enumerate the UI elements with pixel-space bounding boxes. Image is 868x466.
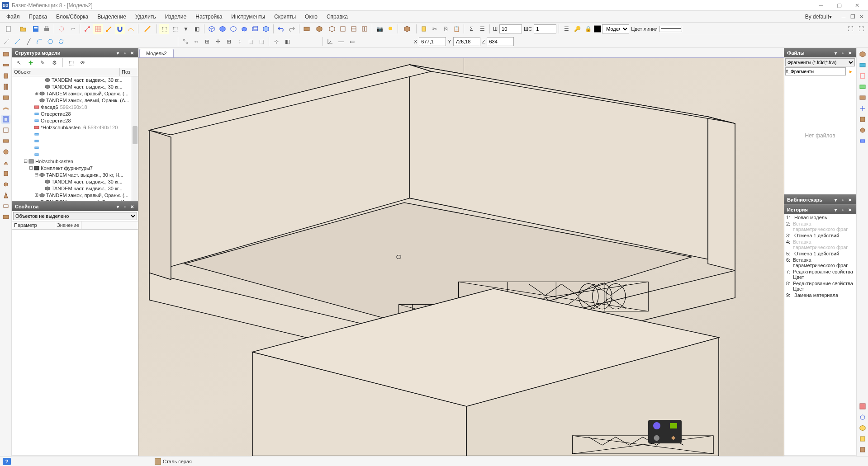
axis-tool[interactable] bbox=[325, 37, 335, 47]
minimize-button[interactable]: ─ bbox=[812, 0, 830, 11]
files-filter-dropdown[interactable]: Фрагменты (*.fr3d;*.frw) bbox=[785, 58, 855, 66]
align-4[interactable]: ✛ bbox=[213, 37, 223, 47]
draw-polygon[interactable] bbox=[56, 37, 66, 47]
save-button[interactable] bbox=[31, 24, 41, 34]
panel-pin-icon[interactable]: ▫ bbox=[122, 50, 128, 56]
struct-tb-3[interactable]: ✎ bbox=[38, 58, 47, 68]
cut-button[interactable]: ✂ bbox=[430, 24, 440, 34]
menu-settings[interactable]: Настройка bbox=[191, 12, 227, 22]
struct-tb-5[interactable]: ⬚ bbox=[66, 58, 76, 68]
structure-scrollbar[interactable] bbox=[132, 76, 138, 201]
box-tool-4[interactable] bbox=[239, 24, 249, 34]
material-1[interactable] bbox=[302, 24, 312, 34]
files-dropdown-icon[interactable]: ▾ bbox=[832, 50, 839, 56]
material-4[interactable] bbox=[338, 24, 348, 34]
struct-tb-1[interactable]: ↖ bbox=[14, 58, 24, 68]
rs-btn-10[interactable] bbox=[858, 402, 867, 411]
hist-pin-icon[interactable]: ▫ bbox=[840, 207, 846, 213]
hist-close-icon[interactable]: ✕ bbox=[847, 207, 853, 213]
ls-btn-15[interactable] bbox=[1, 202, 10, 211]
draw-arc[interactable] bbox=[34, 37, 44, 47]
ws-input[interactable] bbox=[534, 24, 556, 33]
rs-btn-12[interactable] bbox=[858, 424, 867, 433]
tree-row[interactable]: Отверстие28 bbox=[12, 117, 132, 124]
box-tool-2[interactable] bbox=[218, 24, 228, 34]
rs-btn-8[interactable] bbox=[858, 126, 867, 135]
view-extents-button[interactable]: ⛶ bbox=[856, 24, 866, 34]
history-row[interactable]: 1:Новая модель bbox=[784, 214, 856, 221]
menu-tools[interactable]: Инструменты bbox=[227, 12, 270, 22]
align-5[interactable]: ⊞ bbox=[224, 37, 234, 47]
tree-row[interactable]: Отверстие28 bbox=[12, 110, 132, 117]
props-selection-dropdown[interactable]: Объектов не выделено bbox=[13, 212, 137, 220]
paste-button[interactable]: 📋 bbox=[451, 24, 461, 34]
align-3[interactable]: ⊞ bbox=[202, 37, 212, 47]
tree-row[interactable]: Фасад6596x160x18 bbox=[12, 104, 132, 110]
rs-btn-13[interactable] bbox=[858, 434, 867, 443]
align-7[interactable]: ⬚ bbox=[246, 37, 256, 47]
ls-btn-8[interactable] bbox=[1, 126, 10, 135]
x-input[interactable] bbox=[419, 37, 446, 46]
tree-row[interactable]: ⊟Holzschubkasten bbox=[12, 158, 132, 165]
open-button[interactable] bbox=[16, 24, 30, 34]
ls-btn-16[interactable] bbox=[1, 212, 10, 221]
lib-close-icon[interactable]: ✕ bbox=[847, 197, 853, 203]
struct-tb-2[interactable]: ✚ bbox=[26, 58, 36, 68]
align-8[interactable]: ⬚ bbox=[256, 37, 266, 47]
menu-window[interactable]: Окно bbox=[300, 12, 322, 22]
box-tool-6[interactable] bbox=[261, 24, 271, 34]
menu-edit[interactable]: Правка bbox=[24, 12, 52, 22]
tray-item-4[interactable]: ◆ bbox=[665, 432, 682, 443]
history-row[interactable]: 7:Редактирование свойства Цвет bbox=[784, 268, 856, 280]
hist-dropdown-icon[interactable]: ▾ bbox=[832, 207, 839, 213]
history-row[interactable]: 8:Редактирование свойства Цвет bbox=[784, 280, 856, 292]
ls-btn-11[interactable] bbox=[1, 158, 10, 167]
tree-row[interactable]: *Holzschubkasten_6558x490x120 bbox=[12, 124, 132, 131]
rs-btn-3[interactable] bbox=[858, 71, 867, 80]
menu-scripts[interactable]: Скрипты bbox=[270, 12, 300, 22]
width-input[interactable] bbox=[499, 24, 522, 33]
copy-button[interactable]: ⎘ bbox=[441, 24, 451, 34]
sum-button[interactable]: Σ bbox=[466, 24, 476, 34]
tree-row[interactable]: TANDEM замок, левый, Оранж. (A... bbox=[12, 198, 132, 201]
files-pin-icon[interactable]: ▫ bbox=[840, 50, 846, 56]
tree-row[interactable]: TANDEM част. выдвиж., 30 кг... bbox=[12, 185, 132, 192]
layout-dropdown[interactable]: By default ▾ bbox=[802, 13, 835, 21]
child-close-button[interactable]: ✕ bbox=[858, 13, 865, 20]
props-dropdown-icon[interactable]: ▾ bbox=[114, 203, 121, 210]
rs-btn-11[interactable] bbox=[858, 413, 867, 422]
align-10[interactable]: ◧ bbox=[282, 37, 292, 47]
tray-viber-icon[interactable] bbox=[648, 420, 665, 432]
ls-btn-14[interactable] bbox=[1, 191, 10, 200]
select-mode-1[interactable]: ⬚ bbox=[159, 24, 169, 34]
draw-circle[interactable] bbox=[45, 37, 55, 47]
rs-btn-9[interactable] bbox=[858, 137, 867, 146]
grid-tool[interactable] bbox=[93, 24, 103, 34]
history-row[interactable]: 9:Замена материала bbox=[784, 292, 856, 298]
history-row[interactable]: 3:Отмена 1 действий bbox=[784, 232, 856, 239]
box-tool-1[interactable] bbox=[207, 24, 217, 34]
curve-tool[interactable] bbox=[126, 24, 136, 34]
close-button[interactable]: ✕ bbox=[848, 0, 866, 11]
align-9[interactable]: ⊹ bbox=[271, 37, 281, 47]
ls-btn-7[interactable] bbox=[1, 115, 10, 124]
rs-btn-2[interactable] bbox=[858, 61, 867, 70]
key-icon[interactable]: 🔑 bbox=[572, 24, 582, 34]
tree-row[interactable]: ⊞TANDEM замок, правый, Оранж. (... bbox=[12, 90, 132, 97]
material-6[interactable] bbox=[360, 24, 370, 34]
tree-row[interactable] bbox=[12, 131, 132, 137]
tree-row[interactable]: TANDEM част. выдвиж., 30 кг... bbox=[12, 76, 132, 83]
props-pin-icon[interactable]: ▫ bbox=[122, 203, 128, 210]
select-tool[interactable]: ▱ bbox=[67, 24, 77, 34]
layer-button[interactable]: ☰ bbox=[561, 24, 571, 34]
snap-tool[interactable] bbox=[104, 24, 114, 34]
filter-button[interactable]: ▼ bbox=[181, 24, 191, 34]
history-row[interactable]: 2:Вставка параметрического фраг bbox=[784, 221, 856, 232]
view-fit-button[interactable]: ⛶ bbox=[845, 24, 855, 34]
history-row[interactable]: 6:Вставка параметрического фраг bbox=[784, 257, 856, 268]
rs-btn-7[interactable] bbox=[858, 115, 867, 124]
tree-row[interactable]: TANDEM замок, левый, Оранж. (A... bbox=[12, 97, 132, 104]
light-tool[interactable] bbox=[385, 24, 395, 34]
tree-row[interactable] bbox=[12, 151, 132, 158]
z-input[interactable] bbox=[487, 37, 514, 46]
